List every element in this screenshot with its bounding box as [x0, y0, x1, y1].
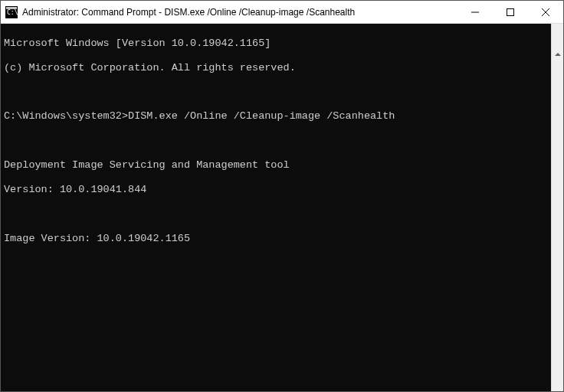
blank-line [4, 135, 560, 147]
cmd-icon: C:\ [5, 6, 18, 18]
prompt-path: C:\Windows\system32> [4, 110, 128, 122]
scroll-up-arrow[interactable] [552, 48, 563, 60]
close-button[interactable] [528, 1, 563, 23]
blank-line [4, 208, 560, 220]
dism-title-line: Deployment Image Servicing and Managemen… [4, 159, 560, 172]
terminal-output[interactable]: Microsoft Windows [Version 10.0.19042.11… [1, 24, 563, 391]
scroll-track[interactable] [552, 85, 563, 391]
command-text: DISM.exe /Online /Cleanup-image /Scanhea… [128, 110, 395, 122]
vertical-scrollbar[interactable] [551, 24, 563, 391]
blank-line [4, 87, 560, 99]
svg-marker-7 [555, 53, 561, 56]
window-title: Administrator: Command Prompt - DISM.exe… [22, 7, 457, 18]
dism-version-line: Version: 10.0.19041.844 [4, 184, 560, 196]
window-controls [457, 1, 563, 23]
version-line: Microsoft Windows [Version 10.0.19042.11… [4, 38, 560, 50]
svg-text:C:\: C:\ [7, 9, 18, 16]
maximize-button[interactable] [493, 1, 528, 23]
image-version-line: Image Version: 10.0.19042.1165 [4, 233, 560, 245]
window-titlebar: C:\ Administrator: Command Prompt - DISM… [1, 1, 563, 24]
copyright-line: (c) Microsoft Corporation. All rights re… [4, 62, 560, 74]
minimize-button[interactable] [457, 1, 493, 23]
svg-rect-4 [507, 8, 514, 15]
prompt-line: C:\Windows\system32>DISM.exe /Online /Cl… [4, 110, 560, 122]
